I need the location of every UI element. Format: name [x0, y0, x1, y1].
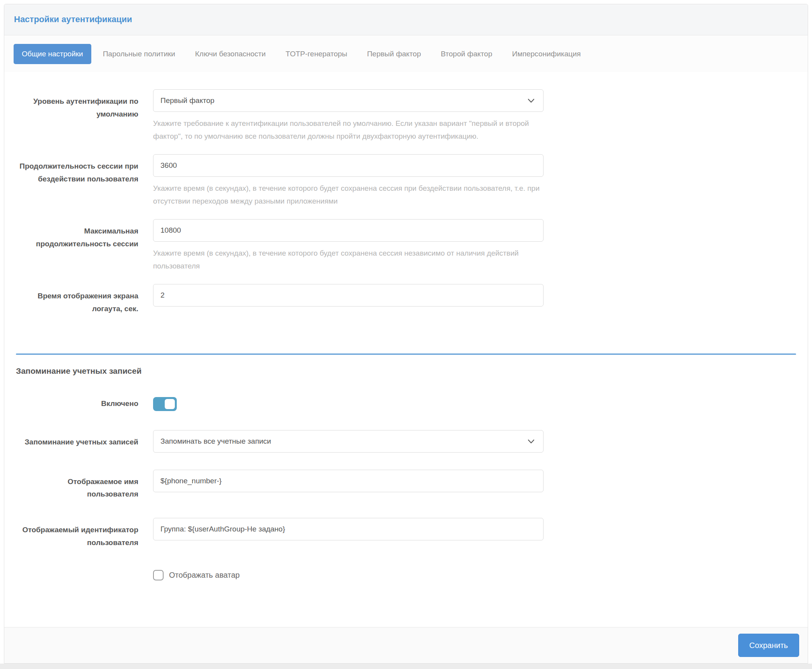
remember-mode-select[interactable]: Запоминать все учетные записи: [153, 430, 544, 453]
idle-session-label: Продолжительность сессии при бездействии…: [16, 154, 138, 207]
enabled-toggle[interactable]: [153, 397, 177, 411]
form-row-enabled: Включено: [16, 397, 796, 411]
tab-first-factor[interactable]: Первый фактор: [359, 44, 429, 64]
auth-settings-panel: Настройки аутентификации Общие настройки…: [4, 4, 808, 664]
tab-security-keys[interactable]: Ключи безопасности: [187, 44, 274, 64]
form-row-display-name: Отображаемое имя пользователя: [16, 470, 796, 501]
show-avatar-checkbox-wrap[interactable]: Отображать аватар: [153, 570, 544, 580]
form-row-remember-mode: Запоминание учетных записей Запоминать в…: [16, 430, 796, 453]
show-avatar-label: Отображать аватар: [169, 571, 240, 580]
form-row-show-avatar: Отображать аватар: [16, 570, 796, 580]
auth-level-label: Уровень аутентификации по умолчанию: [16, 89, 138, 143]
form-row-logout-time: Время отображения экрана логаута, сек.: [16, 284, 796, 315]
idle-session-help: Укажите время (в секундах), в течение ко…: [153, 182, 544, 207]
auth-level-selected-value: Первый фактор: [160, 96, 214, 105]
idle-session-input[interactable]: [153, 154, 544, 177]
tab-general[interactable]: Общие настройки: [14, 44, 91, 64]
tab-password-policies[interactable]: Парольные политики: [95, 44, 183, 64]
display-id-label: Отображаемый идентификатор пользователя: [16, 518, 138, 549]
form-row-auth-level: Уровень аутентификации по умолчанию Перв…: [16, 89, 796, 143]
max-session-input[interactable]: [153, 219, 544, 242]
display-id-input[interactable]: [153, 518, 544, 540]
toggle-knob: [165, 399, 175, 409]
tab-second-factor[interactable]: Второй фактор: [432, 44, 500, 64]
show-avatar-checkbox[interactable]: [153, 570, 164, 580]
show-avatar-spacer: [16, 570, 138, 580]
logout-time-input[interactable]: [153, 284, 544, 307]
auth-level-select[interactable]: Первый фактор: [153, 89, 544, 112]
form-row-idle-session: Продолжительность сессии при бездействии…: [16, 154, 796, 207]
chevron-down-icon: [527, 437, 535, 446]
logout-time-label: Время отображения экрана логаута, сек.: [16, 284, 138, 315]
display-name-label: Отображаемое имя пользователя: [16, 470, 138, 501]
panel-header: Настройки аутентификации: [4, 4, 808, 35]
max-session-label: Максимальная продолжительность сессии: [16, 219, 138, 272]
form-row-display-id: Отображаемый идентификатор пользователя: [16, 518, 796, 549]
form-content: Уровень аутентификации по умолчанию Перв…: [4, 72, 808, 580]
remember-mode-selected-value: Запоминать все учетные записи: [160, 437, 271, 446]
display-name-input[interactable]: [153, 470, 544, 492]
tabbar: Общие настройки Парольные политики Ключи…: [4, 35, 808, 72]
max-session-help: Укажите время (в секундах), в течение ко…: [153, 247, 544, 272]
remember-section-title: Запоминание учетных записей: [16, 366, 796, 376]
form-row-max-session: Максимальная продолжительность сессии Ук…: [16, 219, 796, 272]
tab-totp-generators[interactable]: TOTP-генераторы: [277, 44, 355, 64]
panel-footer: Сохранить: [4, 627, 808, 663]
remember-mode-label: Запоминание учетных записей: [16, 430, 138, 453]
chevron-down-icon: [527, 96, 535, 105]
tab-impersonation[interactable]: Имперсонификация: [504, 44, 589, 64]
auth-level-help: Укажите требование к аутентификации поль…: [153, 117, 544, 143]
page-title: Настройки аутентификации: [14, 14, 798, 24]
enabled-label: Включено: [16, 397, 138, 410]
save-button[interactable]: Сохранить: [738, 634, 799, 657]
app-container: Настройки аутентификации Общие настройки…: [0, 0, 812, 664]
section-divider: [16, 354, 796, 355]
